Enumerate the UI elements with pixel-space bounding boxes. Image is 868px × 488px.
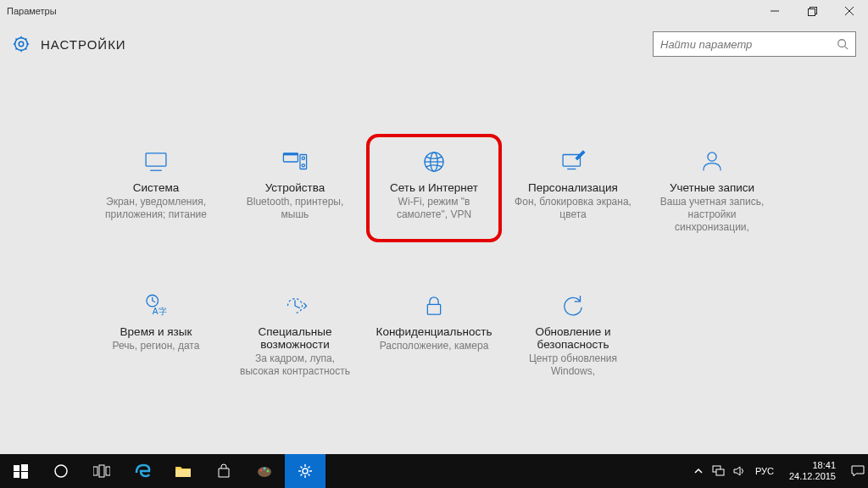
start-button[interactable] [0, 454, 41, 488]
window-titlebar: Параметры [0, 0, 868, 22]
tile-ease-of-access[interactable]: Специальные возможности За кадром, лупа,… [227, 278, 363, 386]
tile-network[interactable]: Сеть и Интернет Wi-Fi, режим "в самолете… [366, 134, 502, 242]
tile-desc: За кадром, лупа, высокая контрастность [232, 352, 358, 378]
tray-action-center[interactable] [851, 465, 865, 477]
taskbar-app-store[interactable] [203, 454, 244, 488]
window-title: Параметры [7, 6, 57, 16]
tile-title: Конфиденциальность [371, 325, 497, 338]
palette-icon [256, 463, 273, 479]
search-input[interactable] [660, 38, 837, 51]
tile-desc: Фон, блокировка экрана, цвета [510, 196, 636, 221]
svg-rect-29 [14, 465, 19, 471]
taskbar-app-explorer[interactable] [163, 454, 203, 488]
svg-rect-2 [808, 8, 815, 15]
tile-desc: Wi-Fi, режим "в самолете", VPN [371, 196, 497, 221]
svg-point-15 [302, 164, 304, 167]
svg-rect-32 [21, 472, 28, 479]
svg-point-33 [55, 465, 67, 477]
cortana-button[interactable] [41, 454, 81, 488]
tile-title: Персонализация [510, 181, 636, 194]
svg-point-42 [303, 469, 308, 474]
language-indicator-label: РУС [755, 466, 774, 476]
globe-icon [371, 144, 497, 180]
clock-time: 18:41 [789, 460, 836, 471]
taskbar-app-edge[interactable] [122, 454, 163, 488]
svg-line-48 [309, 474, 310, 476]
svg-line-24 [153, 301, 155, 302]
svg-point-40 [264, 468, 266, 470]
circle-icon [53, 463, 69, 479]
taskbar-app-paint[interactable] [244, 454, 285, 488]
system-tray: РУС 18:41 24.12.2015 [694, 454, 868, 488]
windows-logo-icon [14, 464, 28, 479]
search-icon [837, 38, 849, 50]
folder-icon [175, 464, 192, 478]
svg-rect-36 [106, 467, 110, 475]
svg-line-47 [301, 467, 303, 469]
edge-icon [134, 463, 151, 480]
notification-icon [851, 465, 865, 477]
tile-time-language[interactable]: A字 Время и язык Речь, регион, дата [88, 278, 224, 386]
svg-rect-37 [175, 469, 191, 477]
settings-main: Система Экран, уведомления, приложения; … [0, 66, 868, 454]
svg-rect-30 [21, 464, 28, 471]
tile-accounts[interactable]: Учетные записи Ваша учетная запись, наст… [644, 134, 780, 242]
tile-desc: Расположение, камера [371, 340, 497, 352]
devices-icon [232, 144, 358, 180]
tile-title: Обновление и безопасность [510, 325, 636, 351]
page-header: НАСТРОЙКИ [0, 22, 868, 66]
svg-rect-34 [93, 467, 97, 475]
svg-text:A字: A字 [153, 307, 167, 316]
close-button[interactable] [831, 0, 868, 22]
time-language-icon: A字 [93, 288, 219, 324]
task-view-icon [93, 464, 110, 478]
network-icon [711, 465, 725, 477]
tile-title: Специальные возможности [232, 325, 358, 351]
system-icon [93, 144, 219, 180]
svg-line-8 [845, 47, 849, 50]
lock-icon [371, 288, 497, 324]
tile-title: Учетные записи [649, 181, 775, 194]
chevron-up-icon [694, 467, 703, 475]
svg-rect-52 [716, 469, 724, 475]
tray-language[interactable]: РУС [755, 466, 774, 476]
maximize-button[interactable] [793, 0, 831, 22]
task-view-button[interactable] [81, 454, 122, 488]
tray-chevron-up[interactable] [694, 467, 703, 475]
tile-desc: Речь, регион, дата [93, 340, 219, 352]
tile-privacy[interactable]: Конфиденциальность Расположение, камера [366, 278, 502, 386]
volume-icon [733, 465, 747, 477]
tile-update-security[interactable]: Обновление и безопасность Центр обновлен… [505, 278, 641, 386]
settings-grid: Система Экран, уведомления, приложения; … [88, 134, 780, 386]
tile-desc: Bluetooth, принтеры, мышь [232, 196, 358, 221]
tile-personalization[interactable]: Персонализация Фон, блокировка экрана, ц… [505, 134, 641, 242]
personalization-icon [510, 144, 636, 180]
page-title: НАСТРОЙКИ [41, 37, 126, 52]
tile-title: Устройства [232, 181, 358, 194]
tray-volume[interactable] [733, 465, 747, 477]
svg-point-21 [708, 152, 716, 161]
taskbar-app-settings[interactable] [285, 454, 326, 488]
svg-line-50 [309, 467, 310, 469]
svg-point-14 [302, 157, 304, 159]
tile-desc: Центр обновления Windows, [510, 352, 636, 378]
tile-system[interactable]: Система Экран, уведомления, приложения; … [88, 134, 224, 242]
tray-clock[interactable]: 18:41 24.12.2015 [782, 460, 843, 481]
minimize-icon [771, 7, 779, 15]
svg-rect-28 [427, 304, 440, 314]
tray-network[interactable] [711, 465, 725, 477]
tile-devices[interactable]: Устройства Bluetooth, принтеры, мышь [227, 134, 363, 242]
taskbar-spacer [326, 454, 694, 488]
maximize-icon [808, 7, 817, 16]
ease-of-access-icon [232, 288, 358, 324]
minimize-button[interactable] [756, 0, 793, 22]
tile-desc: Экран, уведомления, приложения; питание [93, 196, 219, 221]
svg-rect-12 [283, 153, 298, 156]
svg-rect-9 [146, 153, 166, 166]
clock-date: 24.12.2015 [789, 471, 836, 482]
gear-icon [12, 35, 31, 53]
svg-rect-35 [99, 465, 104, 477]
search-box[interactable] [653, 31, 856, 57]
close-icon [845, 7, 854, 15]
store-icon [216, 463, 231, 479]
